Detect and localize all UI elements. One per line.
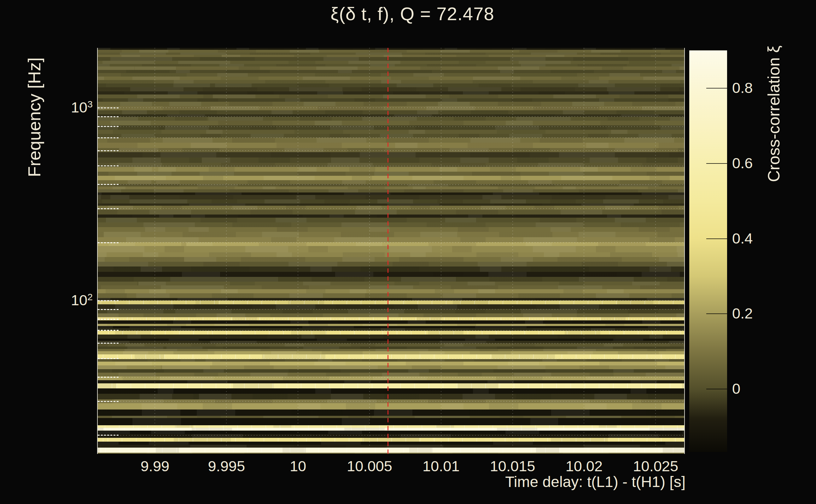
x-tick-label: 10.025 [633, 457, 678, 475]
heatmap-row [98, 365, 684, 369]
heatmap-row [98, 383, 684, 388]
heatmap-row [98, 157, 684, 163]
heatmap-row [98, 70, 684, 73]
colorbar-tick-label: 0.8 [732, 79, 753, 97]
heatmap-row [98, 418, 684, 425]
heatmap-row [98, 192, 684, 195]
x-tick-label: 10.005 [347, 457, 392, 475]
heatmap-row [98, 232, 684, 237]
heatmap-row [98, 438, 684, 442]
left-axis-spine [97, 48, 98, 454]
colorbar-tick-label: 0.2 [732, 305, 753, 322]
heatmap-row [98, 428, 684, 431]
colorbar-tick-label: 0 [732, 380, 740, 397]
heatmap-row [98, 102, 684, 106]
x-axis-label: Time delay: t(L1) - t(H1) [s] [505, 473, 686, 490]
heatmap-row [98, 257, 684, 262]
colorbar-tick [706, 238, 727, 239]
heatmap-row [98, 272, 684, 277]
x-tick-label: 10 [290, 457, 306, 475]
heatmap-row [98, 163, 684, 167]
colorbar-tick-label: 0.4 [732, 230, 753, 247]
heatmap-row [98, 403, 684, 409]
heatmap-row [98, 138, 684, 143]
heatmap-row [98, 77, 684, 80]
heatmap-row [98, 262, 684, 266]
heatmap-row [98, 282, 684, 285]
x-tick-label: 9.99 [141, 457, 169, 475]
heatmap-row [98, 317, 684, 320]
heatmap-row [98, 66, 684, 70]
heatmap-row [98, 106, 684, 110]
heatmap-row [98, 210, 684, 215]
heatmap-row [98, 252, 684, 257]
time-delay-marker-line [388, 48, 388, 454]
heatmap-row [98, 434, 684, 438]
heatmap-row [98, 95, 684, 98]
heatmap-row [98, 324, 684, 326]
heatmap-row [98, 373, 684, 376]
heatmap-row [98, 180, 684, 184]
heatmap-row [98, 354, 684, 359]
heatmap-row [98, 172, 684, 176]
heatmap-row [98, 83, 684, 87]
heatmap-row [98, 349, 684, 351]
heatmap-row [98, 328, 684, 331]
heatmap-row [98, 80, 684, 83]
heatmap-row [98, 409, 684, 416]
heatmap-plot-area [98, 48, 684, 454]
heatmap-row [98, 53, 684, 55]
heatmap-row [98, 298, 684, 301]
heatmap-row [98, 117, 684, 121]
heatmap-row [98, 335, 684, 339]
heatmap-row [98, 50, 684, 53]
y-tick-label: 102 [71, 292, 93, 309]
heatmap-row [98, 199, 684, 203]
heatmap-row [98, 91, 684, 95]
heatmap-row [98, 331, 684, 335]
heatmap-row [98, 326, 684, 328]
heatmap-row [98, 320, 684, 324]
heatmap-row [98, 339, 684, 341]
heatmap-row [98, 277, 684, 282]
heatmap-rows [98, 48, 684, 454]
heatmap-row [98, 304, 684, 309]
heatmap-row [98, 98, 684, 102]
heatmap-row [98, 425, 684, 428]
heatmap-row [98, 167, 684, 172]
heatmap-row [98, 206, 684, 210]
heatmap-row [98, 61, 684, 64]
colorbar-tick [706, 389, 727, 389]
heatmap-row [98, 64, 684, 66]
colorbar-tick-label: 0.6 [732, 154, 753, 172]
heatmap-row [98, 442, 684, 445]
y-tick-label: 103 [71, 99, 93, 116]
heatmap-row [98, 376, 684, 380]
heatmap-row [98, 55, 684, 57]
x-tick-label: 9.995 [208, 457, 245, 475]
heatmap-row [98, 448, 684, 453]
heatmap-row [98, 125, 684, 130]
chart-title: ξ(δ t, f), Q = 72.478 [98, 3, 727, 24]
heatmap-row [98, 242, 684, 246]
heatmap-row [98, 453, 684, 454]
heatmap-row [98, 246, 684, 252]
heatmap-row [98, 57, 684, 61]
heatmap-row [98, 114, 684, 117]
x-tick-label: 10.02 [566, 457, 603, 475]
colorbar-tick [706, 313, 727, 314]
heatmap-row [98, 148, 684, 152]
heatmap-row [98, 285, 684, 289]
heatmap-row [98, 351, 684, 354]
heatmap-row [98, 130, 684, 134]
heatmap-row [98, 73, 684, 77]
heatmap-row [98, 195, 684, 199]
heatmap-row [98, 394, 684, 399]
heatmap-row [98, 134, 684, 138]
colorbar [689, 50, 727, 452]
heatmap-row [98, 313, 684, 317]
heatmap-row [98, 301, 684, 304]
colorbar-tick [706, 163, 727, 164]
heatmap-row [98, 237, 684, 242]
y-axis-label: Frequency [Hz] [24, 57, 44, 177]
